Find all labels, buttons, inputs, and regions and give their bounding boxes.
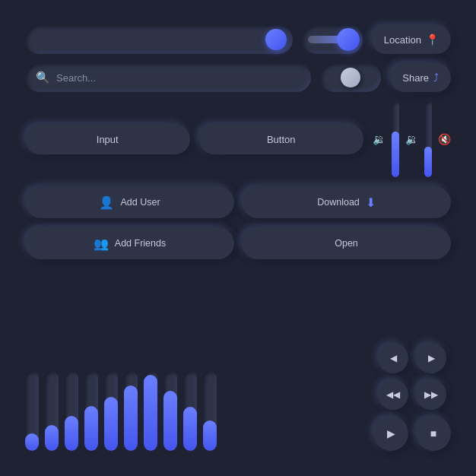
volume-medium-icon: 🔉 [405,133,418,145]
bar-fill-1 [45,425,59,451]
button-label: Button [267,134,296,145]
add-friends-icon: 👥 [94,236,109,251]
bar-fill-5 [124,386,138,451]
add-user-label: Add User [120,197,160,208]
share-icon: ⤴ [433,71,439,84]
row-5: 👥 Add Friends Open [25,227,451,259]
controls-section: ◀ ▶ ◀◀ ▶▶ ▶ ■ [373,343,451,451]
next-icon: ▶ [428,353,435,363]
vol-fill-2 [424,147,432,177]
bar-5[interactable] [124,371,138,451]
controls-row-1: ◀ ▶ [378,343,446,373]
add-friends-button[interactable]: 👥 Add Friends [25,227,234,259]
location-button[interactable]: Location 📍 [372,25,451,54]
add-user-icon: 👤 [99,195,114,210]
next-button[interactable]: ▶ [416,343,446,373]
slider-thumb [265,29,287,50]
rewind-icon: ◀◀ [386,389,400,400]
rewind-button[interactable]: ◀◀ [378,379,408,410]
bar-0[interactable] [25,371,39,451]
vol-slider-1[interactable] [392,101,399,177]
vol-fill-1 [392,132,399,177]
row-3: Input Button 🔉 🔉 🔇 [25,101,451,177]
small-slider-knob [341,68,360,87]
input-button[interactable]: Input [25,124,190,154]
volume-low-icon: 🔉 [373,133,386,145]
bar-2[interactable] [65,371,78,451]
add-friends-label: Add Friends [115,238,166,249]
bar-9[interactable] [203,371,217,451]
fast-forward-icon: ▶▶ [424,389,438,400]
stop-button[interactable]: ■ [416,416,451,451]
wide-slider[interactable] [25,25,293,54]
share-label: Share [402,72,429,84]
prev-button[interactable]: ◀ [378,343,408,373]
button-pill[interactable]: Button [199,124,364,154]
bar-fill-3 [84,406,98,451]
volume-section: 🔉 🔉 🔇 [373,101,451,177]
vol-slider-2[interactable] [424,101,432,177]
location-pin-icon: 📍 [426,33,439,46]
stop-icon: ■ [430,427,436,440]
share-button[interactable]: Share ⤴ [390,63,451,92]
volume-mute-icon: 🔇 [438,133,451,145]
search-placeholder-text: Search... [56,72,96,84]
location-label: Location [384,34,421,46]
play-icon: ▶ [387,427,395,440]
ui-kit: Location 📍 🔍 Search... Share ⤴ Input But… [17,17,459,459]
bar-3[interactable] [84,371,98,451]
row-2: 🔍 Search... Share ⤴ [25,63,451,92]
bar-4[interactable] [104,371,118,451]
play-button[interactable]: ▶ [373,416,408,451]
download-button[interactable]: Download ⬇ [242,186,451,218]
small-slider[interactable] [320,63,381,92]
open-label: Open [335,238,358,249]
search-icon: 🔍 [36,71,50,84]
add-user-button[interactable]: 👤 Add User [25,186,234,218]
bars-section [25,368,364,451]
search-bar[interactable]: 🔍 Search... [25,63,311,92]
toggle-switch[interactable] [302,25,363,54]
bar-1[interactable] [45,371,59,451]
bar-fill-4 [104,397,118,451]
download-label: Download [317,197,360,208]
bar-fill-8 [183,407,197,451]
bar-fill-0 [25,433,39,451]
bar-fill-2 [65,416,78,451]
download-icon: ⬇ [366,195,376,210]
controls-row-3: ▶ ■ [373,416,451,451]
input-label: Input [97,134,119,145]
fast-forward-button[interactable]: ▶▶ [416,379,446,410]
toggle-knob [337,28,360,51]
bar-fill-7 [163,391,177,451]
prev-icon: ◀ [390,353,397,363]
row-4: 👤 Add User Download ⬇ [25,186,451,218]
bottom-section: ◀ ▶ ◀◀ ▶▶ ▶ ■ [25,268,451,451]
bar-7[interactable] [163,371,177,451]
bar-8[interactable] [183,371,197,451]
open-button[interactable]: Open [242,227,451,259]
controls-row-2: ◀◀ ▶▶ [378,379,446,410]
bar-fill-9 [203,420,217,451]
bar-6[interactable] [144,371,157,451]
row-1: Location 📍 [25,25,451,54]
bar-fill-6 [144,375,157,451]
